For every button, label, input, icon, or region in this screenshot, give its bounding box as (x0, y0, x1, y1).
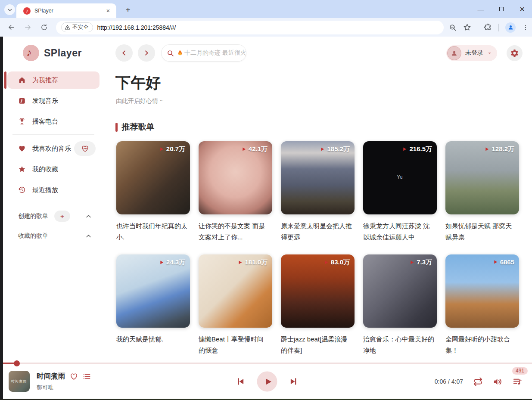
sidebar-item-liked-music[interactable]: 我喜欢的音乐 (7, 140, 100, 157)
chevron-down-icon (487, 51, 492, 56)
browser-tab[interactable]: ♪ SPlayer × (16, 3, 116, 18)
tab-close-icon[interactable]: × (104, 7, 112, 15)
nav-forward-button[interactable] (138, 44, 155, 62)
search-input[interactable]: 十二月的奇迹 最近很火 (161, 44, 246, 62)
album-art-label: 时间煮雨 (11, 379, 27, 384)
page-title: 下午好 (115, 73, 532, 93)
playlist-card[interactable]: 7.3万 治愈音乐：心中最美好的净地 (363, 254, 437, 357)
user-login-button[interactable]: 未登录 (446, 45, 497, 61)
section-title: 推荐歌单 (122, 121, 155, 133)
window-minimize-button[interactable]: — (474, 3, 487, 16)
song-title[interactable]: 时间煮雨 (37, 372, 65, 381)
sidebar-item-discover[interactable]: 发现音乐 (7, 92, 100, 109)
playlist-title[interactable]: 让你哭的不是文案 而是文案对上了你... (199, 220, 272, 243)
playlist-title[interactable]: 徐秉龙方大同汪苏泷 沈以诚余佳运颜人中 (363, 220, 437, 243)
playlist-cover[interactable]: 185.2万 (281, 141, 355, 214)
brand-name: SPlayer (44, 47, 82, 59)
play-triangle-icon (410, 260, 414, 265)
browser-reload-button[interactable] (38, 22, 50, 34)
playlist-cover[interactable]: 42.1万 (199, 141, 272, 214)
playlist-title[interactable]: 也许当时我们年纪真的太小. (116, 220, 190, 243)
play-count: 128.2万 (492, 145, 514, 153)
repeat-icon[interactable] (473, 377, 483, 387)
playlist-cover[interactable]: 216.5万 Yu (363, 141, 437, 214)
browser-forward-button[interactable] (22, 22, 34, 34)
next-track-button[interactable] (289, 377, 298, 386)
playlist-title[interactable]: 我的天赋是忧郁. (116, 334, 190, 345)
music-album-icon (18, 97, 26, 105)
app-logo[interactable]: ♪ SPlayer (23, 45, 104, 61)
play-queue-button[interactable]: 491 (513, 377, 523, 387)
playlist-card[interactable]: 185.2万 原来爱意太明显会把人推得更远 (281, 141, 355, 243)
playlist-title[interactable]: 治愈音乐：心中最美好的净地 (363, 334, 437, 357)
browser-menu-icon[interactable] (522, 24, 529, 31)
volume-icon[interactable] (493, 377, 503, 387)
browser-back-button[interactable] (5, 22, 17, 34)
chevron-up-icon[interactable] (85, 233, 92, 239)
playlist-card[interactable]: 6865 全网最好听的小甜歌合集！ (445, 254, 519, 357)
splayer-favicon-icon: ♪ (23, 7, 31, 15)
zoom-indicator-icon[interactable] (449, 24, 457, 31)
album-art[interactable]: 时间煮雨 (9, 371, 30, 392)
playlist-title[interactable]: 全网最好听的小甜歌合集！ (445, 334, 519, 357)
playlist-cover[interactable]: 128.2万 (445, 141, 519, 214)
play-triangle-icon (242, 147, 246, 152)
playlist-cover[interactable]: 7.3万 (363, 254, 437, 328)
playlist-card[interactable]: 20.7万 也许当时我们年纪真的太小. (116, 141, 190, 243)
tab-search-button[interactable] (4, 4, 15, 15)
playlist-cover[interactable]: 24.3万 (116, 254, 190, 328)
playlist-title[interactable]: 慵懒Beat丨享受慢时间的惬意 (199, 334, 272, 357)
add-playlist-button[interactable]: + (54, 211, 70, 222)
browser-toolbar: 不安全 http://192.168.1.201:25884/#/ (0, 18, 532, 37)
sidebar: ♪ SPlayer 为我推荐 发现音乐 播客电台 我喜欢的音乐 我的收藏 (3, 37, 104, 364)
security-chip[interactable]: 不安全 (61, 22, 93, 32)
playlist-card[interactable]: 42.1万 让你哭的不是文案 而是文案对上了你... (199, 141, 272, 243)
sidebar-item-recommended[interactable]: 为我推荐 (7, 71, 100, 89)
playlist-title[interactable]: 原来爱意太明显会把人推得更远 (281, 220, 355, 243)
song-menu-icon[interactable] (83, 372, 91, 381)
playlist-card[interactable]: 83.0万 爵士jazz beat[温柔浪漫的伴奏] (281, 254, 355, 357)
play-count-badge: 42.1万 (242, 145, 268, 153)
flame-icon (177, 50, 183, 56)
sidebar-item-recent[interactable]: 最近播放 (7, 181, 100, 198)
address-bar[interactable]: 不安全 http://192.168.1.201:25884/#/ (56, 21, 444, 34)
sidebar-group-collected-playlists[interactable]: 收藏的歌单 (7, 228, 100, 244)
sidebar-group-created-playlists[interactable]: 创建的歌单 + (7, 208, 100, 224)
sidebar-item-favorites[interactable]: 我的收藏 (7, 161, 100, 178)
bookmark-star-icon[interactable] (463, 23, 471, 31)
play-count: 7.3万 (417, 258, 432, 267)
play-button[interactable] (257, 372, 277, 392)
playlist-cover[interactable]: 6865 (445, 254, 519, 328)
playlist-cover[interactable]: 181.0万 (199, 254, 272, 328)
new-tab-button[interactable]: + (122, 4, 134, 16)
time-display: 0:06 / 4:07 (435, 378, 463, 385)
splayer-logo-icon: ♪ (23, 45, 39, 61)
artist-name[interactable]: 郁可唯 (37, 384, 91, 391)
play-triangle-icon (324, 260, 329, 265)
extensions-icon[interactable] (484, 23, 492, 31)
playlist-card[interactable]: 128.2万 如果忧郁是天赋 那窝天赋异禀 (445, 141, 519, 243)
playlist-cover[interactable]: 20.7万 (116, 141, 190, 214)
window-maximize-button[interactable] (495, 3, 508, 16)
main-content: 十二月的奇迹 最近很火 未登录 下午好 由此开启好心情 ~ 推荐歌单 20.7万 (104, 37, 532, 363)
play-count: 20.7万 (166, 145, 185, 153)
window-close-button[interactable]: × (516, 3, 529, 16)
sidebar-item-podcast[interactable]: 播客电台 (7, 113, 100, 130)
sidebar-item-label: 播客电台 (32, 118, 58, 126)
playlist-title[interactable]: 如果忧郁是天赋 那窝天赋异禀 (445, 220, 519, 243)
heartbeat-mode-button[interactable] (74, 141, 96, 156)
browser-profile-avatar[interactable] (505, 22, 516, 33)
settings-button[interactable] (507, 45, 523, 61)
nav-back-button[interactable] (115, 44, 133, 62)
playlist-card[interactable]: 181.0万 慵懒Beat丨享受慢时间的惬意 (199, 254, 272, 357)
playlist-cover[interactable]: 83.0万 (281, 254, 355, 328)
previous-track-button[interactable] (236, 377, 246, 386)
playlist-card[interactable]: 24.3万 我的天赋是忧郁. (116, 254, 190, 357)
play-triangle-icon (320, 147, 325, 152)
play-icon (264, 377, 272, 386)
progress-handle[interactable] (14, 360, 20, 366)
playlist-card[interactable]: 216.5万 Yu 徐秉龙方大同汪苏泷 沈以诚余佳运颜人中 (363, 141, 437, 243)
like-song-icon[interactable] (70, 372, 78, 381)
chevron-up-icon[interactable] (85, 213, 92, 220)
playlist-title[interactable]: 爵士jazz beat[温柔浪漫的伴奏] (281, 334, 355, 357)
